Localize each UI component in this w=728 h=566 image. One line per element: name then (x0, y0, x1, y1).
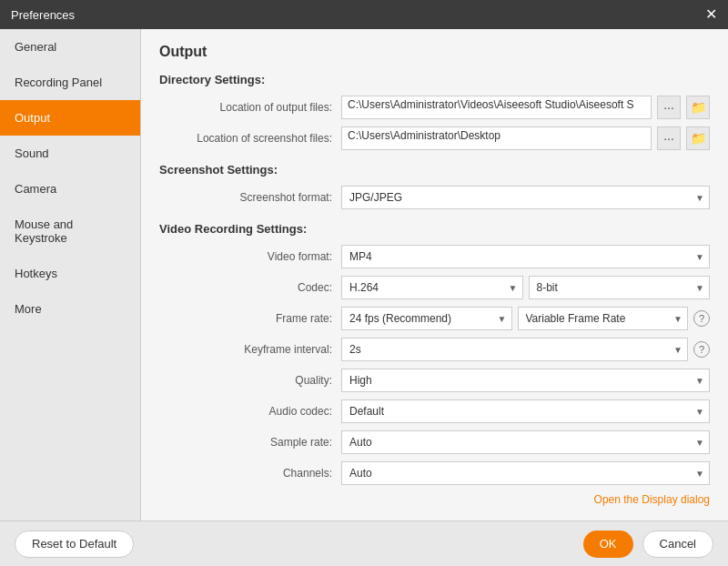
cancel-button[interactable]: Cancel (642, 531, 713, 558)
sample-rate-select-wrap: Auto 44100 Hz 48000 Hz ▼ (341, 430, 710, 454)
sample-rate-label: Sample rate: (159, 436, 341, 449)
sidebar-item-camera[interactable]: Camera (0, 171, 140, 207)
audio-codec-row: Audio codec: Default AAC MP3 ▼ (159, 399, 710, 423)
content-area: General Recording Panel Output Sound Cam… (0, 29, 728, 521)
screenshot-location-ellipsis-btn[interactable]: ··· (657, 126, 681, 150)
output-location-row: Location of output files: C:\Users\Admin… (159, 96, 710, 119)
screenshot-location-row: Location of screenshot files: C:\Users\A… (159, 126, 710, 150)
channels-label: Channels: (159, 467, 341, 480)
codec-row: Codec: H.264 H.265 MPEG-4 ▼ (159, 276, 710, 299)
screenshot-format-controls: JPG/JPEG PNG BMP GIF ▼ (341, 186, 710, 209)
output-location-controls: C:\Users\Administrator\Videos\Aiseesoft … (341, 96, 710, 119)
screenshot-location-input[interactable]: C:\Users\Administrator\Desktop (341, 126, 652, 150)
keyframe-interval-select-wrap: 2s 1s 3s 4s 5s ▼ (341, 338, 688, 361)
sidebar-item-sound[interactable]: Sound (0, 136, 140, 171)
codec-select-wrap: H.264 H.265 MPEG-4 ▼ (341, 276, 523, 299)
output-location-ellipsis-btn[interactable]: ··· (657, 96, 681, 119)
sidebar-item-output[interactable]: Output (0, 100, 140, 136)
output-location-label: Location of output files: (159, 101, 341, 114)
keyframe-interval-label: Keyframe interval: (159, 343, 341, 356)
frame-rate-row: Frame rate: 24 fps (Recommend) 30 fps 60… (159, 307, 710, 330)
frame-rate-label: Frame rate: (159, 312, 341, 325)
keyframe-interval-row: Keyframe interval: 2s 1s 3s 4s 5s ▼ ? (159, 338, 710, 361)
sidebar-item-recording-panel[interactable]: Recording Panel (0, 65, 140, 100)
frame-rate-select[interactable]: 24 fps (Recommend) 30 fps 60 fps 15 fps (341, 307, 512, 330)
screenshot-format-select[interactable]: JPG/JPEG PNG BMP GIF (341, 186, 710, 209)
close-button[interactable]: ✕ (705, 7, 717, 22)
quality-select[interactable]: High Medium Low (341, 369, 710, 392)
channels-select[interactable]: Auto Mono Stereo (341, 461, 710, 485)
open-display-link-row: Open the Display dialog (159, 492, 710, 506)
quality-label: Quality: (159, 374, 341, 387)
frame-rate-selects: 24 fps (Recommend) 30 fps 60 fps 15 fps … (341, 307, 710, 330)
screenshot-location-label: Location of screenshot files: (159, 132, 341, 145)
bit-depth-select[interactable]: 8-bit 10-bit (529, 276, 711, 299)
audio-codec-controls: Default AAC MP3 ▼ (341, 399, 710, 423)
audio-codec-select[interactable]: Default AAC MP3 (341, 399, 710, 423)
screenshot-format-row: Screenshot format: JPG/JPEG PNG BMP GIF … (159, 186, 710, 209)
sidebar-item-mouse-and-keystroke[interactable]: Mouse and Keystroke (0, 207, 140, 256)
codec-selects: H.264 H.265 MPEG-4 ▼ 8-bit 10-bit ▼ (341, 276, 710, 299)
screenshot-location-controls: C:\Users\Administrator\Desktop ··· 📁 (341, 126, 710, 150)
quality-select-wrap: High Medium Low ▼ (341, 369, 710, 392)
sample-rate-row: Sample rate: Auto 44100 Hz 48000 Hz ▼ (159, 430, 710, 454)
reset-to-default-button[interactable]: Reset to Default (15, 531, 134, 558)
variable-frame-rate-select[interactable]: Variable Frame Rate Fixed Frame Rate (518, 307, 689, 330)
video-format-row: Video format: MP4 MOV AVI MKV WMV ▼ (159, 245, 710, 268)
screenshot-settings-title: Screenshot Settings: (159, 163, 710, 177)
sample-rate-controls: Auto 44100 Hz 48000 Hz ▼ (341, 430, 710, 454)
sample-rate-select[interactable]: Auto 44100 Hz 48000 Hz (341, 430, 710, 454)
keyframe-help-icon[interactable]: ? (693, 341, 710, 358)
keyframe-interval-select[interactable]: 2s 1s 3s 4s 5s (341, 338, 688, 361)
frame-rate-help-icon[interactable]: ? (693, 310, 710, 327)
title-bar: Preferences ✕ (0, 0, 728, 29)
frame-rate-select-wrap: 24 fps (Recommend) 30 fps 60 fps 15 fps … (341, 307, 512, 330)
footer: Reset to Default OK Cancel (0, 521, 728, 566)
video-format-label: Video format: (159, 250, 341, 263)
screenshot-format-label: Screenshot format: (159, 191, 341, 204)
output-location-input[interactable]: C:\Users\Administrator\Videos\Aiseesoft … (341, 96, 652, 119)
output-location-folder-btn[interactable]: 📁 (686, 96, 710, 119)
variable-frame-rate-select-wrap: Variable Frame Rate Fixed Frame Rate ▼ (518, 307, 689, 330)
codec-label: Codec: (159, 281, 341, 294)
video-recording-settings-title: Video Recording Settings: (159, 222, 710, 236)
video-format-select-wrap: MP4 MOV AVI MKV WMV ▼ (341, 245, 710, 268)
bit-depth-select-wrap: 8-bit 10-bit ▼ (529, 276, 711, 299)
main-content: Output Directory Settings: Location of o… (141, 29, 728, 521)
keyframe-interval-controls: 2s 1s 3s 4s 5s ▼ ? (341, 338, 710, 361)
video-format-select[interactable]: MP4 MOV AVI MKV WMV (341, 245, 710, 268)
preferences-window: Preferences ✕ General Recording Panel Ou… (0, 0, 728, 566)
frame-rate-controls: 24 fps (Recommend) 30 fps 60 fps 15 fps … (341, 307, 710, 330)
codec-select[interactable]: H.264 H.265 MPEG-4 (341, 276, 523, 299)
screenshot-format-select-wrap: JPG/JPEG PNG BMP GIF ▼ (341, 186, 710, 209)
footer-right-buttons: OK Cancel (583, 531, 713, 558)
open-display-link[interactable]: Open the Display dialog (594, 493, 710, 506)
quality-controls: High Medium Low ▼ (341, 369, 710, 392)
screenshot-location-folder-btn[interactable]: 📁 (686, 126, 710, 150)
quality-row: Quality: High Medium Low ▼ (159, 369, 710, 392)
sidebar-item-general[interactable]: General (0, 29, 140, 65)
channels-controls: Auto Mono Stereo ▼ (341, 461, 710, 485)
codec-controls: H.264 H.265 MPEG-4 ▼ 8-bit 10-bit ▼ (341, 276, 710, 299)
ok-button[interactable]: OK (583, 531, 633, 558)
audio-codec-select-wrap: Default AAC MP3 ▼ (341, 399, 710, 423)
audio-codec-label: Audio codec: (159, 405, 341, 418)
sidebar: General Recording Panel Output Sound Cam… (0, 29, 141, 521)
channels-row: Channels: Auto Mono Stereo ▼ (159, 461, 710, 485)
channels-select-wrap: Auto Mono Stereo ▼ (341, 461, 710, 485)
page-title: Output (159, 44, 710, 60)
video-format-controls: MP4 MOV AVI MKV WMV ▼ (341, 245, 710, 268)
window-title: Preferences (11, 8, 75, 22)
sidebar-item-hotkeys[interactable]: Hotkeys (0, 256, 140, 291)
sidebar-item-more[interactable]: More (0, 291, 140, 327)
directory-settings-title: Directory Settings: (159, 73, 710, 86)
